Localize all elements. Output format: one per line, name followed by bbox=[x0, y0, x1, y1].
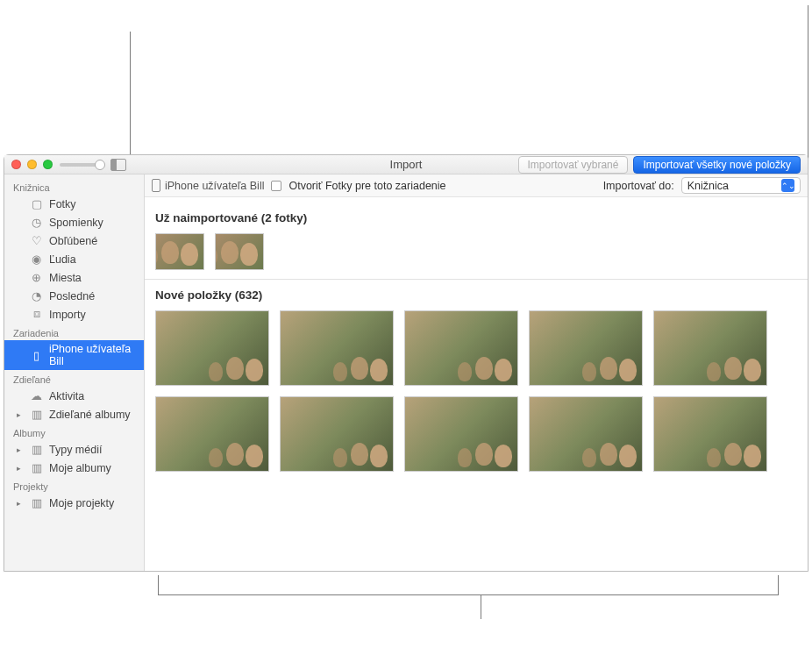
phone-icon bbox=[152, 179, 160, 192]
photo-thumbnail[interactable] bbox=[529, 396, 643, 472]
sidebar: Knižnica▢Fotky◷Spomienky♡Obľúbené◉Ľudia⊕… bbox=[4, 174, 145, 571]
sidebar-item-iphone-užívateľa-bill[interactable]: ▯iPhone užívateľa Bill bbox=[4, 340, 144, 370]
sidebar-item-label: Spomienky bbox=[49, 217, 103, 229]
import-to-select[interactable]: Knižnica ⌃⌄ bbox=[681, 177, 801, 194]
sidebar-item-importy[interactable]: ⧈Importy bbox=[4, 305, 144, 324]
new-items-grid bbox=[155, 310, 797, 472]
sidebar-group-header: Projekty bbox=[4, 477, 144, 494]
sidebar-toggle-icon[interactable] bbox=[110, 159, 126, 171]
import-to-value: Knižnica bbox=[687, 180, 729, 192]
sidebar-item-label: Moje projekty bbox=[49, 497, 114, 509]
photos-icon: ▢ bbox=[30, 197, 43, 210]
photo-thumbnail[interactable] bbox=[529, 310, 643, 386]
photo-thumbnail[interactable] bbox=[155, 396, 269, 472]
close-icon[interactable] bbox=[11, 160, 21, 169]
photo-thumbnail[interactable] bbox=[215, 233, 264, 270]
chevron-updown-icon: ⌃⌄ bbox=[781, 179, 794, 192]
sidebar-item-aktivita[interactable]: ☁Aktivita bbox=[4, 387, 144, 405]
sidebar-item-label: Zdieľané albumy bbox=[49, 409, 131, 421]
person-icon: ◉ bbox=[30, 253, 43, 266]
sidebar-item-moje-projekty[interactable]: ▸▥Moje projekty bbox=[4, 494, 144, 512]
sidebar-item-label: Ľudia bbox=[49, 253, 76, 266]
sidebar-item-label: Fotky bbox=[49, 198, 76, 210]
open-photos-label: Otvoriť Fotky pre toto zariadenie bbox=[288, 180, 445, 192]
photo-thumbnail[interactable] bbox=[404, 396, 518, 472]
clock-icon: ◷ bbox=[30, 216, 43, 229]
photo-thumbnail[interactable] bbox=[280, 310, 394, 386]
sidebar-item-miesta[interactable]: ⊕Miesta bbox=[4, 268, 144, 287]
section-divider bbox=[145, 279, 808, 280]
sidebar-item-spomienky[interactable]: ◷Spomienky bbox=[4, 213, 144, 231]
sidebar-group-header: Albumy bbox=[4, 424, 144, 440]
device-chip: iPhone užívateľa Bill bbox=[152, 179, 264, 192]
sidebar-item-label: Aktivita bbox=[49, 390, 84, 402]
sidebar-item-label: Moje albumy bbox=[49, 462, 111, 474]
sidebar-item-moje-albumy[interactable]: ▸▥Moje albumy bbox=[4, 459, 144, 477]
album-icon: ▥ bbox=[30, 408, 43, 421]
disclosure-triangle-icon[interactable]: ▸ bbox=[17, 464, 24, 473]
sidebar-group-header: Zdieľané bbox=[4, 370, 144, 387]
import-to-label: Importovať do: bbox=[603, 180, 674, 192]
cloud-icon: ☁ bbox=[30, 389, 43, 402]
app-window: Import Importovať vybrané Importovať vše… bbox=[4, 154, 808, 572]
sidebar-item-fotky[interactable]: ▢Fotky bbox=[4, 195, 144, 213]
sidebar-item-label: Miesta bbox=[49, 272, 82, 284]
zoom-thumb[interactable] bbox=[95, 160, 105, 170]
photo-thumbnail[interactable] bbox=[404, 310, 518, 386]
photo-thumbnail[interactable] bbox=[280, 396, 394, 472]
sidebar-group-header: Knižnica bbox=[4, 178, 144, 195]
disclosure-triangle-icon[interactable]: ▸ bbox=[17, 445, 24, 454]
sidebar-item-label: Obľúbené bbox=[49, 235, 97, 247]
import-toolbar: iPhone užívateľa Bill Otvoriť Fotky pre … bbox=[145, 174, 808, 197]
sidebar-group-header: Zariadenia bbox=[4, 324, 144, 340]
content-area: Už naimportované (2 fotky) Nové položky … bbox=[145, 197, 808, 571]
window-title: Import bbox=[390, 158, 423, 171]
disclosure-triangle-icon[interactable]: ▸ bbox=[17, 410, 24, 419]
sidebar-item-label: Importy bbox=[49, 309, 86, 321]
disclosure-triangle-icon[interactable]: ▸ bbox=[17, 499, 24, 508]
photo-thumbnail[interactable] bbox=[653, 310, 767, 386]
pin-icon: ⊕ bbox=[30, 271, 43, 284]
clock2-icon: ◔ bbox=[30, 289, 43, 303]
album-icon: ▥ bbox=[30, 443, 43, 456]
titlebar: Import Importovať vybrané Importovať vše… bbox=[4, 155, 808, 174]
open-photos-checkbox[interactable] bbox=[271, 181, 281, 191]
main-pane: iPhone užívateľa Bill Otvoriť Fotky pre … bbox=[145, 174, 808, 571]
sidebar-item-typy-médií[interactable]: ▸▥Typy médií bbox=[4, 440, 144, 459]
import-selected-button[interactable]: Importovať vybrané bbox=[518, 156, 629, 174]
minimize-icon[interactable] bbox=[27, 160, 37, 169]
new-items-header: Nové položky (632) bbox=[155, 288, 797, 302]
photo-thumbnail[interactable] bbox=[155, 310, 269, 386]
sidebar-item-label: Typy médií bbox=[49, 444, 102, 456]
photo-thumbnail[interactable] bbox=[155, 233, 204, 270]
sidebar-item-zdieľané-albumy[interactable]: ▸▥Zdieľané albumy bbox=[4, 405, 144, 424]
already-imported-row bbox=[155, 233, 797, 270]
window-controls bbox=[11, 160, 53, 169]
album-icon: ▥ bbox=[30, 461, 43, 474]
already-imported-header: Už naimportované (2 fotky) bbox=[155, 211, 797, 224]
sidebar-item-label: iPhone užívateľa Bill bbox=[49, 343, 135, 367]
download-icon: ⧈ bbox=[30, 308, 43, 321]
photo-thumbnail[interactable] bbox=[653, 396, 767, 472]
sidebar-item-label: Posledné bbox=[49, 290, 95, 303]
sidebar-item-posledné[interactable]: ◔Posledné bbox=[4, 287, 144, 305]
zoom-slider[interactable] bbox=[60, 163, 103, 167]
import-all-new-button[interactable]: Importovať všetky nové položky bbox=[633, 156, 801, 174]
sidebar-item-obľúbené[interactable]: ♡Obľúbené bbox=[4, 231, 144, 250]
album-icon: ▥ bbox=[30, 496, 43, 509]
device-name: iPhone užívateľa Bill bbox=[165, 180, 264, 192]
heart-icon: ♡ bbox=[30, 234, 43, 247]
maximize-icon[interactable] bbox=[43, 160, 53, 169]
phone-icon: ▯ bbox=[30, 349, 43, 362]
sidebar-item-ľudia[interactable]: ◉Ľudia bbox=[4, 250, 144, 268]
